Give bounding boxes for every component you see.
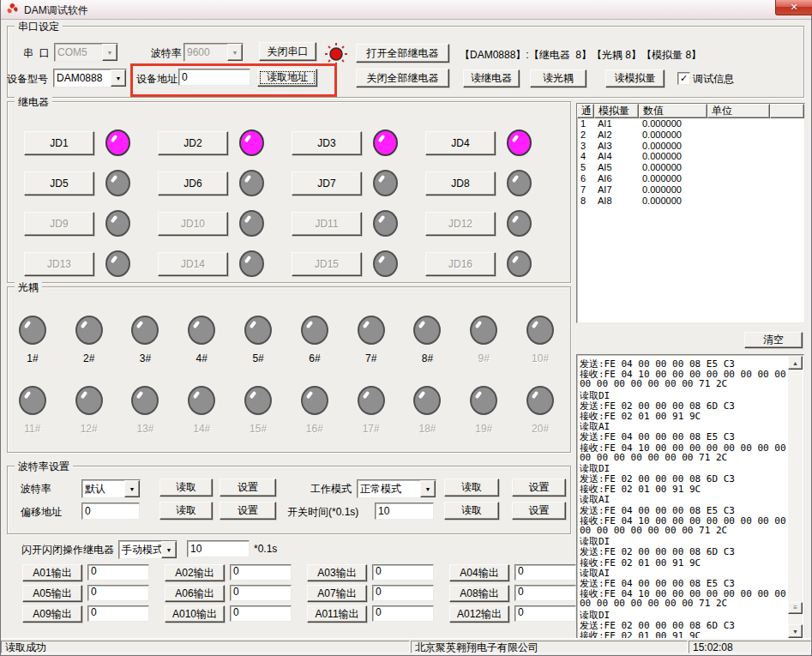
work-mode-select[interactable]: 正常模式 ▼ (357, 479, 436, 498)
chevron-down-icon[interactable]: ▼ (111, 69, 126, 87)
baud-set-button[interactable]: 设置 (220, 478, 276, 497)
ao-output-input[interactable]: 0 (87, 605, 149, 622)
ao-output-input[interactable]: 0 (514, 585, 576, 601)
ao-output-cell: A05输出 0 (22, 585, 165, 605)
ao-output-input[interactable]: 0 (230, 564, 292, 581)
ao-output-button[interactable]: A08输出 (449, 585, 509, 602)
relay-button[interactable]: JD8 (425, 172, 496, 196)
relay-button[interactable]: JD12 (425, 212, 496, 236)
relay-button[interactable]: JD13 (24, 252, 94, 276)
table-row[interactable]: 5 AI5 0.000000 (577, 162, 804, 173)
table-row[interactable]: 1 AI1 0.000000 (577, 118, 804, 129)
opto-channel-label: 3# (140, 352, 151, 364)
close-button[interactable]: ✕ (775, 0, 812, 15)
read-opto-button[interactable]: 读光耦 (530, 69, 586, 87)
ao-output-button[interactable]: A010输出 (165, 605, 225, 623)
table-row[interactable]: 4 AI4 0.000000 (577, 151, 804, 162)
ao-output-input[interactable]: 0 (230, 605, 292, 622)
offset-address-input[interactable] (81, 503, 140, 520)
chevron-down-icon[interactable]: ▼ (420, 480, 436, 497)
relay-button[interactable]: JD2 (158, 131, 228, 155)
ao-output-input[interactable]: 0 (514, 564, 576, 581)
col-header-analog[interactable]: 模拟量 (594, 104, 639, 118)
close-all-relays-button[interactable]: 关闭全部继电器 (356, 69, 449, 87)
opto-channel: 19# (455, 386, 512, 456)
ao-output-button[interactable]: A07输出 (307, 585, 367, 602)
ao-output-button[interactable]: A09输出 (22, 605, 82, 623)
device-address-input[interactable] (178, 69, 250, 86)
relay-button[interactable]: JD6 (158, 172, 228, 196)
ao-output-button[interactable]: A05输出 (22, 585, 82, 602)
scrollbar-thumb[interactable]: ≡ (788, 602, 803, 614)
ao-output-button[interactable]: A01输出 (22, 564, 82, 581)
close-serial-button[interactable]: 关闭串口 (259, 42, 316, 61)
ao-output-cell: A04输出 0 (449, 564, 592, 585)
baud-read-button[interactable]: 读取 (159, 478, 213, 497)
ao-output-button[interactable]: A012输出 (449, 605, 509, 623)
relay-button[interactable]: JD9 (24, 212, 94, 236)
relay-button[interactable]: JD7 (292, 172, 362, 196)
relay-button[interactable]: JD16 (425, 252, 496, 276)
scroll-up-icon[interactable]: ▲ (788, 356, 803, 370)
open-all-relays-button[interactable]: 打开全部继电器 (356, 44, 449, 63)
log-scrollbar[interactable]: ▲ ≡ ▼ (788, 356, 803, 638)
chevron-down-icon[interactable]: ▼ (102, 44, 117, 61)
offset-read-button[interactable]: 读取 (159, 502, 213, 520)
clear-log-button[interactable]: 清空 (744, 332, 803, 348)
debug-info-checkbox[interactable]: ✓ (677, 72, 690, 85)
relay-button[interactable]: JD11 (292, 212, 362, 236)
model-select[interactable]: DAM0888 ▼ (53, 69, 127, 87)
scroll-down-icon[interactable]: ▼ (788, 624, 803, 638)
offset-set-button[interactable]: 设置 (220, 502, 276, 520)
table-row[interactable]: 2 AI2 0.000000 (577, 129, 804, 141)
ao-output-input[interactable]: 0 (514, 605, 576, 622)
relay-button[interactable]: JD14 (158, 252, 228, 276)
ao-output-input[interactable]: 0 (372, 564, 434, 581)
chevron-down-icon[interactable]: ▼ (227, 44, 243, 61)
col-header-unit[interactable]: 单位 (707, 104, 770, 118)
mode-read-button[interactable]: 读取 (444, 478, 499, 497)
log-line: 发送:FE 02 00 00 00 08 6D C3 (580, 619, 786, 629)
relay-button[interactable]: JD5 (24, 172, 94, 196)
ao-output-input[interactable]: 0 (87, 564, 149, 581)
ao-output-button[interactable]: A06输出 (165, 585, 225, 602)
ao-output-button[interactable]: A02输出 (165, 564, 225, 581)
time-set-button[interactable]: 设置 (512, 502, 566, 520)
relay-button[interactable]: JD10 (158, 212, 228, 236)
flash-time-input[interactable] (187, 540, 250, 557)
table-row[interactable]: 8 AI8 0.000000 (577, 196, 804, 207)
relay-button[interactable]: JD4 (425, 131, 496, 155)
relay-led-indicator (373, 170, 398, 196)
log-line: 读取DI (580, 389, 786, 400)
chevron-down-icon[interactable]: ▼ (124, 480, 140, 497)
ao-output-input[interactable]: 0 (372, 585, 434, 601)
ao-output-button[interactable]: A04输出 (449, 564, 509, 581)
col-header-channel[interactable]: 通 (577, 104, 594, 118)
col-header-value[interactable]: 数值 (639, 104, 707, 118)
table-row[interactable]: 6 AI6 0.000000 (577, 173, 804, 184)
ao-output-button[interactable]: A011输出 (307, 605, 367, 623)
read-relay-button[interactable]: 读继电器 (463, 69, 520, 87)
chevron-down-icon[interactable]: ▼ (161, 541, 177, 558)
table-row[interactable]: 3 AI3 0.000000 (577, 141, 804, 152)
table-row[interactable]: 7 AI7 0.000000 (577, 184, 804, 196)
ao-output-input[interactable]: 0 (87, 585, 149, 601)
port-select[interactable]: COM5 ▼ (54, 43, 118, 62)
relay-button[interactable]: JD1 (24, 131, 94, 155)
relay-button[interactable]: JD3 (292, 131, 362, 155)
flash-mode-select[interactable]: 手动模式 ▼ (118, 540, 177, 559)
time-read-button[interactable]: 读取 (444, 502, 499, 520)
read-address-button[interactable]: 读取地址 (257, 69, 317, 87)
relay-button[interactable]: JD15 (292, 252, 362, 276)
status-message: 读取成功 (1, 641, 410, 653)
read-analog-button[interactable]: 读模拟量 (605, 69, 665, 87)
ao-output-button[interactable]: A03输出 (307, 564, 367, 581)
mode-set-button[interactable]: 设置 (512, 478, 566, 497)
ao-output-input[interactable]: 0 (230, 585, 292, 601)
debug-log-box[interactable]: 发送:FE 04 00 00 00 08 E5 C3接收:FE 04 10 00… (576, 354, 804, 640)
cell-value: 0.000000 (639, 151, 707, 162)
baud-select[interactable]: 默认 ▼ (81, 479, 141, 498)
ao-output-input[interactable]: 0 (372, 605, 434, 622)
switch-time-input[interactable] (375, 503, 434, 520)
baudrate-select[interactable]: 9600 ▼ (183, 43, 244, 62)
